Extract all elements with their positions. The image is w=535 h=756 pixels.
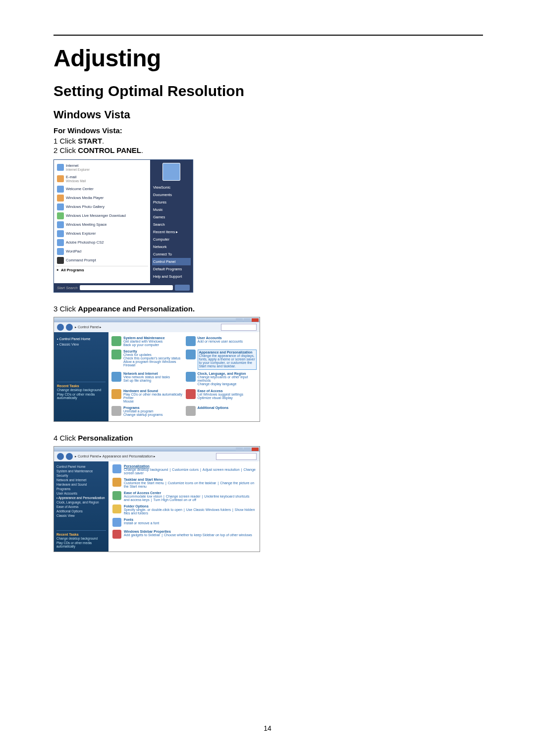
step-3-pre: 3 Click <box>54 304 78 313</box>
maximize-button[interactable] <box>244 448 251 451</box>
category-text: PersonalizationChange desktop background… <box>124 464 256 475</box>
category-heading[interactable]: Fonts <box>124 518 159 521</box>
category-link[interactable]: Specify single- or double-click to open <box>124 508 182 511</box>
category-heading[interactable]: Taskbar and Start Menu <box>124 478 256 481</box>
breadcrumb[interactable]: ▸ Control Panel ▸ <box>75 325 219 329</box>
search-input[interactable] <box>216 453 257 460</box>
cp-category[interactable]: Appearance and PersonalizationChange the… <box>186 350 257 370</box>
start-item-label: WordPad <box>66 249 147 253</box>
maximize-button[interactable] <box>244 318 251 322</box>
app-icon <box>57 186 64 193</box>
ap-side-item[interactable]: Clock, Language, and Region <box>56 500 106 504</box>
ap-side-item[interactable]: Classic View <box>56 513 106 518</box>
start-item[interactable]: Adobe Photoshop CS2 <box>56 238 148 247</box>
ap-side-item[interactable]: Security <box>56 473 106 478</box>
start-item[interactable]: Command Prompt <box>56 256 148 265</box>
recent-task[interactable]: Change desktop background <box>56 536 106 541</box>
ap-side-item[interactable]: Control Panel Home <box>56 464 106 469</box>
ap-side-item[interactable]: Hardware and Sound <box>56 482 106 487</box>
start-right-item[interactable]: Music <box>152 206 191 213</box>
category-link[interactable]: Adjust screen resolution <box>203 468 240 471</box>
ap-side-item[interactable]: User Accounts <box>56 491 106 496</box>
cp-side-item[interactable]: • Classic View <box>57 342 106 347</box>
recent-task[interactable]: Play CDs or other media automatically <box>57 392 106 400</box>
start-item[interactable]: Windows Explorer <box>56 229 148 238</box>
category-text: Ease of Access CenterAccommodate low vis… <box>124 491 256 502</box>
category-link[interactable]: Install or remove a font <box>124 521 159 525</box>
start-item[interactable]: WordPad <box>56 247 148 256</box>
step-3-bold: Appearance and Personalization. <box>78 304 195 313</box>
back-button[interactable] <box>57 453 64 460</box>
start-item[interactable]: Welcome Center <box>56 185 148 194</box>
category-link[interactable]: Add gadgets to Sidebar <box>124 533 160 537</box>
cp-category[interactable]: Ease of AccessLet Windows suggest settin… <box>186 389 257 404</box>
category-link[interactable]: Turn High Contrast on or off <box>154 498 196 502</box>
start-right-item[interactable]: ViewSonic <box>152 184 191 191</box>
minimize-button[interactable] <box>236 448 243 451</box>
category-link[interactable]: Customize the Start menu <box>124 481 164 485</box>
start-item[interactable]: InternetInternet Explorer <box>56 162 148 173</box>
category-heading[interactable]: Folder Options <box>124 504 256 508</box>
window-titlebar <box>54 447 260 452</box>
cp-category[interactable]: ProgramsUninstall a programChange startu… <box>111 406 183 417</box>
category-link[interactable]: Customize colors <box>172 468 199 471</box>
category-heading[interactable]: Personalization <box>124 464 256 468</box>
ap-side-item[interactable]: System and Maintenance <box>56 469 106 473</box>
ap-side-item[interactable]: Ease of Access <box>56 504 106 509</box>
start-right-item[interactable]: Games <box>152 213 191 221</box>
start-search-row: Start Search <box>54 283 193 292</box>
forward-button[interactable] <box>66 324 73 331</box>
cp-category[interactable]: System and MaintenanceGet started with W… <box>111 336 183 348</box>
start-item[interactable]: Windows Live Messenger Download <box>56 211 148 220</box>
ap-side-item[interactable]: • Appearance and Personalization <box>56 496 106 500</box>
ap-side-item[interactable]: Network and Internet <box>56 478 106 482</box>
category-text: ProgramsUninstall a programChange startu… <box>123 406 162 417</box>
all-programs[interactable]: ▸ All Programs <box>56 266 148 273</box>
cp-category[interactable]: User AccountsAdd or remove user accounts <box>186 336 257 348</box>
category-link[interactable]: Use Classic Windows folders <box>186 508 231 511</box>
start-right-item[interactable]: Recent Items ▸ <box>152 228 191 236</box>
search-input[interactable] <box>221 324 257 331</box>
category-link[interactable]: Accommodate low vision <box>124 495 162 498</box>
start-right-item[interactable]: Network <box>152 243 191 251</box>
minimize-button[interactable] <box>236 318 243 322</box>
start-item[interactable]: Windows Meeting Space <box>56 220 148 229</box>
start-right-item[interactable]: Help and Support <box>152 273 191 280</box>
ap-side-item[interactable]: Additional Options <box>56 509 106 513</box>
start-search-input[interactable] <box>80 285 173 290</box>
close-button[interactable] <box>252 448 259 451</box>
cp-category[interactable]: SecurityCheck for updatesCheck this comp… <box>111 350 183 370</box>
start-right-item[interactable]: Pictures <box>152 199 191 206</box>
power-button[interactable] <box>175 285 190 291</box>
start-item[interactable]: Windows Photo Gallery <box>56 202 148 211</box>
close-button[interactable] <box>252 318 259 322</box>
category-link[interactable]: Customize icons on the taskbar <box>168 481 216 485</box>
start-right-item[interactable]: Search <box>152 221 191 228</box>
category-link[interactable]: Choose whether to keep Sidebar on top of… <box>164 533 252 537</box>
recent-task[interactable]: Play CDs or other media automatically <box>56 541 106 549</box>
back-button[interactable] <box>57 324 64 331</box>
start-right-item[interactable]: Connect To <box>152 251 191 258</box>
category-heading[interactable]: Windows Sidebar Properties <box>124 530 252 533</box>
step-1-pre: 1 Click <box>54 137 78 145</box>
start-right-item[interactable]: Computer <box>152 236 191 243</box>
start-right-item[interactable]: Documents <box>152 191 191 199</box>
start-right-item[interactable]: Control Panel <box>152 258 191 265</box>
breadcrumb[interactable]: ▸ Control Panel ▸ Appearance and Persona… <box>75 454 214 458</box>
ap-side-item[interactable]: Programs <box>56 487 106 491</box>
cp-category[interactable]: Hardware and SoundPlay CDs or other medi… <box>111 389 183 404</box>
category-heading[interactable]: Ease of Access Center <box>124 491 256 495</box>
category-link[interactable]: Change screen reader <box>166 495 201 498</box>
start-item-label: Welcome Center <box>66 187 147 191</box>
recent-task[interactable]: Change desktop background <box>57 388 106 392</box>
start-right-item[interactable]: Default Programs <box>152 265 191 273</box>
category-link[interactable]: Change desktop background <box>124 468 168 471</box>
cp-category[interactable]: Additional Options <box>186 406 257 417</box>
address-bar: ▸ Control Panel ▸ <box>54 322 260 332</box>
start-item[interactable]: E-mailWindows Mail <box>56 173 148 185</box>
cp-category[interactable]: Clock, Language, and RegionChange keyboa… <box>186 372 257 387</box>
cp-category[interactable]: Network and InternetView network status … <box>111 372 183 387</box>
cp-side-item[interactable]: • Control Panel Home <box>57 336 106 342</box>
start-item[interactable]: Windows Media Player <box>56 194 148 202</box>
forward-button[interactable] <box>66 453 73 460</box>
